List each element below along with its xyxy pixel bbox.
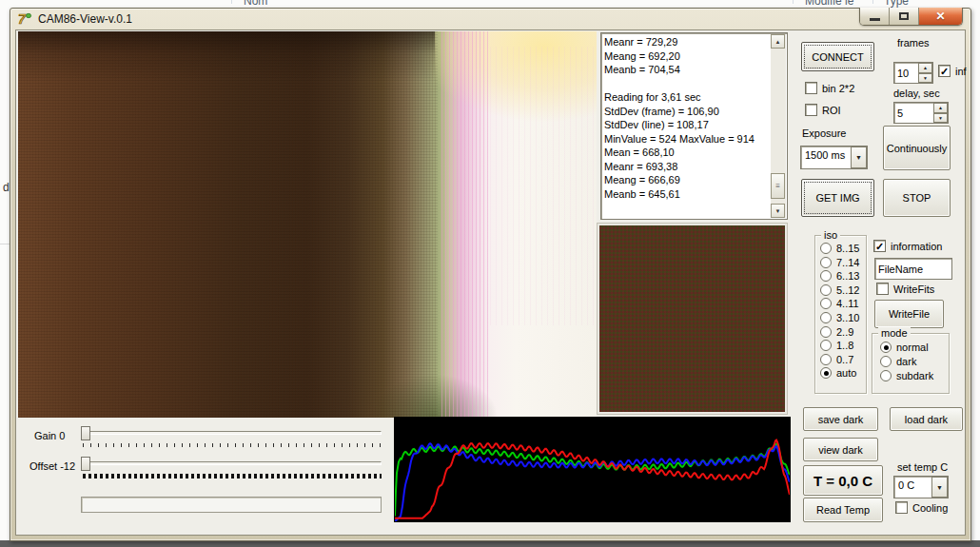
offset-slider-thumb[interactable] (81, 457, 90, 471)
inf-label: inf (955, 66, 967, 77)
bin-checkbox-box[interactable] (805, 82, 817, 94)
set-temp-label: set temp C (897, 461, 948, 473)
radio-circle[interactable] (880, 342, 892, 353)
info-line: MinValue = 524 MaxValue = 914 (604, 132, 770, 147)
iso-radio-0-7[interactable]: 0..7 (820, 354, 859, 365)
gain-slider-track[interactable] (81, 431, 382, 435)
maximize-button[interactable] (890, 8, 919, 25)
iso-option-label: 5..12 (836, 284, 859, 296)
frames-spin-up[interactable]: ▲ (918, 63, 932, 73)
information-checkbox-box[interactable]: ✓ (873, 240, 886, 252)
gain-slider[interactable] (81, 425, 382, 450)
iso-radio-7-14[interactable]: 7..14 (820, 257, 859, 268)
titlebar[interactable]: 7 CAM86-View-v.0.1 ✕ (10, 9, 970, 29)
mode-radio-dark[interactable]: dark (880, 356, 933, 367)
close-icon: ✕ (935, 10, 945, 23)
read-temp-button[interactable]: Read Temp (803, 498, 883, 522)
delay-spinner[interactable]: ▲ ▼ (893, 102, 949, 124)
radio-circle[interactable] (820, 367, 832, 379)
delay-input[interactable] (894, 103, 933, 123)
connect-button[interactable]: CONNECT (801, 42, 874, 71)
dark-frame-thumbnail (598, 224, 787, 414)
memo-scrollbar[interactable]: ▲ ≡ ▼ (771, 34, 786, 218)
roi-checkbox[interactable]: ROI (805, 104, 841, 116)
inf-checkbox-box[interactable]: ✓ (938, 65, 951, 77)
statistics-memo[interactable]: Meanr = 729,29Meang = 692,20Meanb = 704,… (600, 32, 788, 220)
minimize-button[interactable] (860, 8, 890, 25)
roi-label: ROI (822, 105, 841, 116)
iso-radio-4-11[interactable]: 4..11 (820, 298, 859, 309)
load-dark-button[interactable]: load dark (890, 407, 963, 431)
offset-slider-track[interactable] (81, 461, 382, 465)
iso-radio-2-9[interactable]: 2..9 (820, 326, 859, 338)
radio-circle[interactable] (820, 270, 832, 282)
minimize-icon (870, 18, 880, 21)
frames-spinner[interactable]: ▲ ▼ (893, 62, 933, 84)
info-line: StdDev (frame) = 106,90 (604, 105, 770, 119)
frames-spin-down[interactable]: ▼ (918, 73, 932, 84)
information-checkbox[interactable]: ✓ information (873, 240, 942, 252)
gain-slider-ticks (83, 443, 382, 447)
iso-option-label: 6..13 (836, 270, 859, 282)
radio-circle[interactable] (820, 298, 832, 309)
radio-circle[interactable] (880, 370, 892, 381)
gain-slider-thumb[interactable] (81, 426, 90, 440)
continuously-button[interactable]: Continuously (883, 126, 951, 170)
spin-up-icon: ▲ (923, 65, 928, 70)
offset-slider[interactable] (81, 456, 382, 480)
explorer-column-nom: Nom (244, 0, 267, 8)
mode-group-title: mode (878, 327, 911, 339)
iso-radio-1-8[interactable]: 1..8 (820, 340, 859, 351)
exposure-combo[interactable]: 1500 ms ▼ (800, 146, 868, 169)
taskbar-edge (0, 540, 980, 547)
close-button[interactable]: ✕ (919, 8, 962, 25)
mode-radio-subdark[interactable]: subdark (880, 370, 933, 381)
iso-radio-8-15[interactable]: 8..15 (820, 243, 859, 254)
radio-circle[interactable] (820, 326, 832, 338)
frames-input[interactable] (894, 63, 918, 83)
delay-spin-down[interactable]: ▼ (933, 113, 948, 124)
exposure-combo-button[interactable]: ▼ (851, 147, 867, 168)
exposure-value: 1500 ms (801, 147, 851, 168)
roi-checkbox-box[interactable] (805, 104, 817, 116)
iso-radio-5-12[interactable]: 5..12 (820, 284, 859, 296)
histogram-canvas (395, 418, 790, 521)
iso-option-label: 8..15 (836, 243, 859, 254)
spin-down-icon: ▼ (938, 115, 943, 121)
scroll-up-button[interactable]: ▲ (771, 34, 785, 49)
inf-checkbox[interactable]: ✓ inf (938, 65, 967, 77)
writefits-checkbox-box[interactable] (876, 283, 889, 295)
scroll-down-button[interactable]: ▼ (771, 204, 785, 218)
writefits-checkbox[interactable]: WriteFits (876, 283, 934, 295)
radio-circle[interactable] (820, 243, 832, 254)
cooling-checkbox[interactable]: Cooling (895, 501, 948, 514)
cooling-checkbox-box[interactable] (895, 501, 908, 514)
maximize-icon (899, 12, 909, 20)
radio-circle[interactable] (820, 284, 832, 296)
set-temp-combo[interactable]: 0 C ▼ (893, 476, 949, 498)
bin-checkbox[interactable]: bin 2*2 (805, 82, 854, 94)
radio-circle[interactable] (820, 312, 832, 323)
writefile-button[interactable]: WriteFile (874, 300, 944, 328)
get-img-button[interactable]: GET IMG (801, 179, 874, 217)
radio-circle[interactable] (880, 356, 892, 367)
radio-circle[interactable] (820, 354, 832, 365)
iso-radio-3-10[interactable]: 3..10 (820, 312, 859, 323)
delay-label: delay, sec (893, 88, 940, 99)
filename-field[interactable] (875, 259, 951, 279)
mode-radio-normal[interactable]: normal (880, 342, 933, 353)
radio-circle[interactable] (820, 257, 832, 268)
delay-spin-up[interactable]: ▲ (933, 103, 948, 113)
set-temp-combo-button[interactable]: ▼ (931, 477, 948, 498)
info-line: Meanb = 704,54 (604, 63, 770, 77)
radio-circle[interactable] (820, 340, 832, 351)
iso-radio-6-13[interactable]: 6..13 (820, 270, 859, 282)
view-dark-button[interactable]: view dark (803, 438, 878, 461)
iso-radio-auto[interactable]: auto (820, 367, 859, 379)
iso-option-label: 1..8 (836, 340, 853, 351)
stop-button[interactable]: STOP (883, 179, 951, 217)
save-dark-button[interactable]: save dark (803, 407, 878, 431)
scrollbar-thumb[interactable]: ≡ (771, 173, 785, 199)
check-icon: ✓ (940, 67, 949, 76)
dropdown-arrow-icon: ▼ (936, 484, 943, 491)
